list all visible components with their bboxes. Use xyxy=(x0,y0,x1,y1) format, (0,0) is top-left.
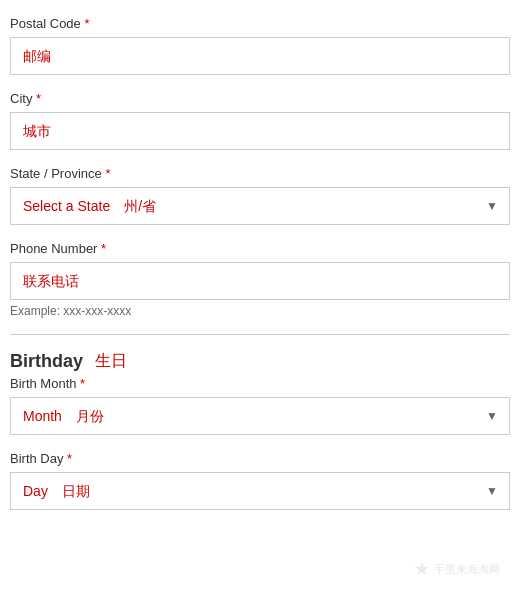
birthday-subtitle-chinese: 生日 xyxy=(95,351,127,372)
postal-code-label: Postal Code * xyxy=(10,16,510,31)
state-select-wrapper: Select a State 州/省 Alabama Alaska Arizon… xyxy=(10,187,510,225)
phone-example-text: Example: xxx-xxx-xxxx xyxy=(10,304,510,318)
phone-required: * xyxy=(101,241,106,256)
birthday-heading-group: Birthday 生日 xyxy=(10,351,510,372)
city-required: * xyxy=(36,91,41,106)
city-label: City * xyxy=(10,91,510,106)
postal-code-group: Postal Code * xyxy=(10,16,510,75)
postal-code-required: * xyxy=(84,16,89,31)
watermark: ★ 手里来海淘网 xyxy=(414,558,500,580)
state-required: * xyxy=(105,166,110,181)
watermark-star-icon: ★ xyxy=(414,558,430,580)
birth-day-required: * xyxy=(67,451,72,466)
state-province-label: State / Province * xyxy=(10,166,510,181)
city-group: City * xyxy=(10,91,510,150)
watermark-text: 手里来海淘网 xyxy=(434,562,500,577)
birth-day-group: Birth Day * Day 日期 1 2 3 4 5 ▼ xyxy=(10,451,510,510)
birth-month-select-wrapper: Month 月份 January February March April Ma… xyxy=(10,397,510,435)
phone-number-input[interactable] xyxy=(10,262,510,300)
birth-month-group: Birth Month * Month 月份 January February … xyxy=(10,376,510,435)
state-province-select[interactable]: Select a State 州/省 Alabama Alaska Arizon… xyxy=(10,187,510,225)
birth-month-label: Birth Month * xyxy=(10,376,510,391)
postal-code-input[interactable] xyxy=(10,37,510,75)
phone-number-group: Phone Number * Example: xxx-xxx-xxxx xyxy=(10,241,510,318)
birth-day-select-wrapper: Day 日期 1 2 3 4 5 ▼ xyxy=(10,472,510,510)
birth-month-required: * xyxy=(80,376,85,391)
birth-month-select[interactable]: Month 月份 January February March April Ma… xyxy=(10,397,510,435)
birthday-divider xyxy=(10,334,510,335)
state-province-group: State / Province * Select a State 州/省 Al… xyxy=(10,166,510,225)
birth-day-label: Birth Day * xyxy=(10,451,510,466)
city-input[interactable] xyxy=(10,112,510,150)
birthday-title: Birthday xyxy=(10,351,83,372)
phone-number-label: Phone Number * xyxy=(10,241,510,256)
birth-day-select[interactable]: Day 日期 1 2 3 4 5 xyxy=(10,472,510,510)
